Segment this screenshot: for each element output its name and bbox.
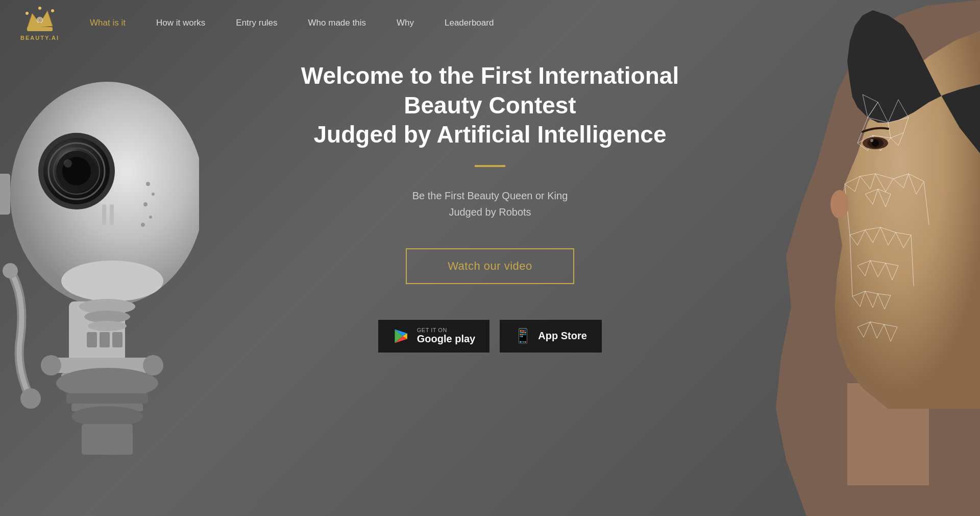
- hero-subtitle-line1: Be the First Beauty Queen or King: [412, 190, 568, 201]
- nav-links: What is it How it works Entry rules Who …: [90, 18, 494, 28]
- svg-point-17: [146, 182, 150, 186]
- svg-point-20: [149, 216, 152, 219]
- google-play-text: GET IT ON Google play: [417, 327, 475, 345]
- svg-point-78: [39, 19, 41, 21]
- human-face-image: [735, 0, 980, 516]
- gold-divider: [475, 165, 505, 167]
- nav-link-who-made-this[interactable]: Who made this: [308, 18, 366, 28]
- hero-title-line2: Judged by Artificial Intelligence: [314, 121, 667, 148]
- svg-point-72: [870, 139, 873, 142]
- svg-rect-8: [0, 174, 10, 215]
- svg-rect-27: [112, 332, 122, 347]
- nav-item-entry-rules[interactable]: Entry rules: [236, 18, 277, 28]
- hero-title: Welcome to the First International Beaut…: [260, 61, 720, 150]
- app-store-text: App Store: [538, 330, 587, 342]
- nav-link-what-is-it[interactable]: What is it: [90, 18, 126, 28]
- app-store-button[interactable]: 📱 App Store: [500, 320, 602, 353]
- svg-rect-29: [66, 393, 148, 404]
- navigation: BEAUTY.AI What is it How it works Entry …: [0, 0, 980, 46]
- nav-item-how-it-works[interactable]: How it works: [156, 18, 205, 28]
- nav-item-why[interactable]: Why: [397, 18, 414, 28]
- svg-point-19: [143, 202, 148, 206]
- hero-subtitle: Be the First Beauty Queen or King Judged…: [260, 187, 720, 220]
- hero-title-line1: Welcome to the First International Beaut…: [301, 62, 679, 119]
- logo-text: BEAUTY.AI: [20, 35, 59, 41]
- svg-point-18: [152, 193, 155, 196]
- nav-item-leaderboard[interactable]: Leaderboard: [445, 18, 494, 28]
- nav-link-how-it-works[interactable]: How it works: [156, 18, 205, 28]
- nav-link-why[interactable]: Why: [397, 18, 414, 28]
- hero-content: Welcome to the First International Beaut…: [260, 61, 720, 353]
- svg-rect-16: [110, 204, 114, 225]
- nav-link-leaderboard[interactable]: Leaderboard: [445, 18, 494, 28]
- google-play-large-label: Google play: [417, 333, 475, 345]
- svg-point-79: [26, 12, 29, 15]
- nav-item-what-is-it[interactable]: What is it: [90, 18, 126, 28]
- svg-point-81: [51, 9, 54, 12]
- svg-rect-15: [102, 204, 106, 225]
- google-play-button[interactable]: GET IT ON Google play: [378, 320, 489, 353]
- svg-point-13: [143, 355, 163, 376]
- svg-rect-75: [27, 27, 53, 31]
- svg-point-34: [20, 388, 41, 409]
- svg-rect-26: [100, 332, 110, 347]
- svg-point-5: [64, 159, 72, 168]
- svg-point-21: [141, 223, 145, 227]
- google-play-icon: [393, 327, 411, 345]
- crown-logo-icon: [24, 6, 55, 34]
- svg-point-33: [3, 263, 18, 278]
- svg-point-12: [41, 355, 61, 376]
- svg-point-73: [830, 190, 849, 219]
- hero-subtitle-line2: Judged by Robots: [449, 206, 531, 218]
- google-play-small-label: GET IT ON: [417, 327, 447, 333]
- nav-item-who-made-this[interactable]: Who made this: [308, 18, 366, 28]
- svg-rect-25: [87, 332, 97, 347]
- svg-point-24: [88, 321, 127, 331]
- svg-rect-32: [82, 424, 133, 455]
- svg-point-80: [38, 7, 41, 10]
- app-store-large-label: App Store: [538, 330, 587, 342]
- robot-image: [0, 0, 214, 516]
- watch-video-button[interactable]: Watch our video: [406, 248, 574, 284]
- svg-point-14: [61, 261, 163, 301]
- nav-link-entry-rules[interactable]: Entry rules: [236, 18, 277, 28]
- phone-icon: 📱: [514, 327, 532, 344]
- logo-area[interactable]: BEAUTY.AI: [20, 6, 59, 41]
- svg-point-31: [71, 406, 143, 427]
- app-download-buttons: GET IT ON Google play 📱 App Store: [260, 320, 720, 353]
